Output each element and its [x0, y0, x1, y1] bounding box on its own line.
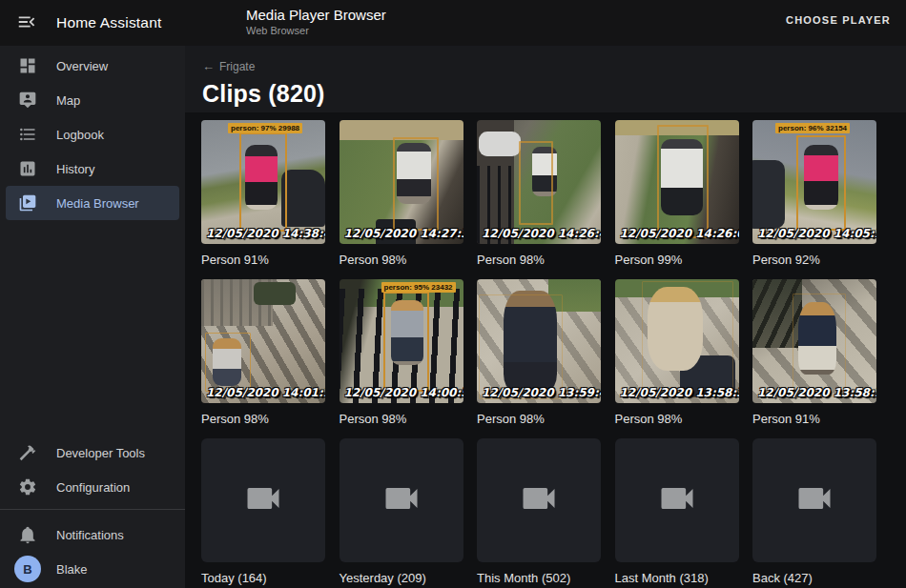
folder-item[interactable]: Today (164) — [201, 438, 325, 588]
video-camera-icon — [242, 477, 284, 523]
detection-label: person: 96% 32154 — [775, 123, 850, 133]
detection-label: person: 95% 23432 — [381, 282, 456, 293]
bell-icon — [18, 525, 37, 544]
thumbnail-image: 12/05/2020 14:26:48 — [477, 120, 601, 244]
sidebar-profile[interactable]: B Blake — [6, 552, 179, 586]
developer-tools-icon — [18, 443, 37, 462]
clip-caption: Person 98% — [477, 403, 601, 438]
folder-label: This Month (502) — [477, 562, 601, 588]
thumbnail-image: 12/05/2020 13:58:17 — [752, 279, 876, 403]
timestamp-overlay: 12/05/2020 14:27:35 — [344, 227, 463, 240]
sidebar-footer-nav: Developer ToolsConfiguration — [0, 433, 185, 504]
page-subtitle: Web Browser — [246, 25, 386, 36]
clip-thumbnail[interactable]: 12/05/2020 13:58:30 Person 98% — [615, 279, 739, 438]
app-header: Home Assistant Media Player Browser Web … — [0, 0, 906, 46]
folder-item[interactable]: Last Month (318) — [615, 438, 739, 588]
clip-thumbnail[interactable]: 12/05/2020 14:01:14 Person 98% — [201, 279, 325, 438]
detection-bounding-box — [519, 141, 553, 225]
clip-caption: Person 91% — [201, 244, 325, 279]
back-link-label: Frigate — [219, 60, 255, 73]
folder-item[interactable]: This Month (502) — [477, 438, 601, 588]
media-browser-icon — [18, 193, 37, 213]
configuration-icon — [18, 477, 37, 497]
folder-item[interactable]: Yesterday (209) — [340, 438, 463, 588]
thumbnail-image: 12/05/2020 14:01:14 — [201, 279, 325, 403]
scene-object — [281, 170, 325, 227]
folder-item[interactable]: Back (427) — [752, 438, 876, 588]
thumbnail-image: 12/05/2020 14:27:35 — [340, 120, 463, 244]
sidebar-item-label: Overview — [56, 59, 108, 73]
thumbnail-image: 12/05/2020 14:26:07 — [615, 120, 739, 244]
sidebar-bottom: Developer ToolsConfiguration Notificatio… — [0, 433, 185, 586]
media-player-title-block: Media Player Browser Web Browser — [246, 7, 386, 36]
clip-caption: Person 98% — [340, 244, 463, 279]
clip-thumbnail[interactable]: 12/05/2020 14:26:07 Person 99% — [615, 120, 739, 279]
clip-thumbnail[interactable]: 12/05/2020 14:26:48 Person 98% — [477, 120, 601, 279]
timestamp-overlay: 12/05/2020 14:26:07 — [620, 227, 739, 240]
clip-caption: Person 98% — [201, 403, 325, 438]
sidebar-item-label: History — [56, 162, 94, 176]
folder-card[interactable] — [477, 438, 601, 562]
detection-bounding-box — [383, 292, 429, 392]
detection-bounding-box — [205, 333, 251, 392]
detection-bounding-box — [793, 294, 846, 396]
sidebar-notifications-nav: Notifications — [0, 515, 185, 552]
sidebar-item-developer-tools[interactable]: Developer Tools — [6, 436, 179, 470]
section-title: Clips (820) — [202, 80, 906, 108]
folder-card[interactable] — [752, 438, 876, 562]
clip-caption: Person 92% — [752, 244, 876, 279]
clip-thumbnail[interactable]: 12/05/2020 14:27:35 Person 98% — [340, 120, 463, 279]
thumbnail-image: person: 97% 29988 12/05/2020 14:38:47 — [201, 120, 325, 244]
timestamp-overlay: 12/05/2020 13:58:17 — [757, 386, 876, 399]
detection-bounding-box — [642, 281, 733, 397]
menu-toggle-button[interactable] — [16, 11, 39, 34]
back-arrow-icon: ← — [202, 59, 215, 73]
clip-caption: Person 98% — [477, 244, 601, 279]
video-camera-icon — [518, 477, 560, 523]
map-icon — [18, 91, 37, 110]
clip-thumbnail[interactable]: person: 97% 29988 12/05/2020 14:38:47 Pe… — [201, 120, 325, 279]
scene-object — [752, 160, 785, 229]
folder-card[interactable] — [201, 438, 325, 562]
sidebar-item-configuration[interactable]: Configuration — [6, 470, 179, 504]
timestamp-overlay: 12/05/2020 14:05:17 — [757, 227, 876, 240]
clip-thumbnail[interactable]: 12/05/2020 13:58:17 Person 91% — [752, 279, 876, 438]
back-link[interactable]: ← Frigate — [202, 59, 255, 73]
sidebar-item-label: Configuration — [56, 480, 130, 495]
clip-thumbnail[interactable]: person: 96% 32154 12/05/2020 14:05:17 Pe… — [752, 120, 876, 279]
video-camera-icon — [793, 477, 835, 523]
sidebar-item-media-browser[interactable]: Media Browser — [6, 186, 179, 220]
clip-caption: Person 98% — [340, 403, 463, 438]
sidebar-item-label: Media Browser — [56, 196, 139, 211]
detection-bounding-box — [239, 132, 287, 232]
sidebar-item-overview[interactable]: Overview — [6, 49, 179, 83]
sidebar-item-notifications[interactable]: Notifications — [6, 517, 179, 552]
clip-thumbnail[interactable]: 12/05/2020 13:59:49 Person 98% — [477, 279, 601, 438]
timestamp-overlay: 12/05/2020 13:58:30 — [620, 386, 739, 399]
video-camera-icon — [656, 477, 698, 523]
avatar[interactable]: B — [14, 556, 41, 582]
detection-bounding-box — [479, 294, 563, 399]
thumbnail-image: person: 96% 32154 12/05/2020 14:05:17 — [752, 120, 876, 244]
sidebar-item-map[interactable]: Map — [6, 83, 179, 117]
thumbnail-image: person: 95% 23432 12/05/2020 14:00:52 — [340, 279, 463, 403]
detection-bounding-box — [657, 125, 709, 238]
sidebar-item-label: Developer Tools — [56, 446, 145, 460]
scene-object — [254, 282, 296, 306]
sidebar-item-logbook[interactable]: Logbook — [6, 117, 179, 152]
timestamp-overlay: 12/05/2020 14:26:48 — [482, 227, 601, 240]
choose-player-button[interactable]: CHOOSE PLAYER — [786, 14, 891, 26]
timestamp-overlay: 12/05/2020 14:38:47 — [206, 227, 325, 240]
profile-name: Blake — [56, 562, 88, 577]
folder-card[interactable] — [615, 438, 739, 562]
folder-card[interactable] — [340, 438, 463, 562]
clip-thumbnail[interactable]: person: 95% 23432 12/05/2020 14:00:52 Pe… — [340, 279, 463, 438]
sidebar-divider — [0, 509, 185, 510]
thumbnail-image: 12/05/2020 13:58:30 — [615, 279, 739, 403]
folder-label: Today (164) — [201, 562, 325, 588]
sidebar-item-label: Notifications — [56, 528, 124, 542]
clip-caption: Person 98% — [615, 403, 739, 438]
sidebar-item-history[interactable]: History — [6, 152, 179, 186]
sidebar-nav: OverviewMapLogbookHistoryMedia Browser — [0, 46, 185, 220]
dashboard-icon — [18, 56, 37, 75]
